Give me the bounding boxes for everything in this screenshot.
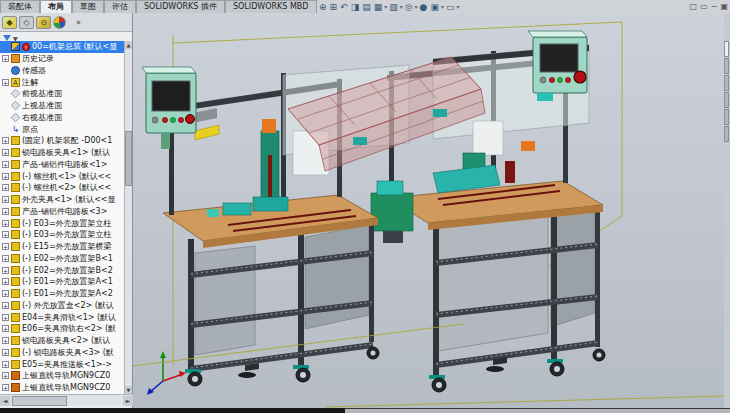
tree-item[interactable]: +(固定) 机架装配 -D00<1 (0, 135, 126, 147)
insert-components-icon[interactable]: ◆ (2, 16, 17, 29)
view-orientation-icon[interactable]: ▦ (373, 1, 384, 13)
taskpane-tab-4[interactable] (724, 92, 729, 108)
expand-icon[interactable]: + (2, 220, 9, 227)
tree-item[interactable]: 前视基准面 (0, 88, 126, 100)
expand-icon[interactable]: + (2, 349, 9, 356)
previous-view-icon[interactable]: ↶ (339, 1, 349, 13)
component-preview-icon[interactable]: ⊙ (36, 16, 51, 29)
expand-icon[interactable]: + (2, 290, 9, 297)
vertical-scroll-thumb[interactable] (125, 131, 132, 186)
tree-item[interactable]: +(-) 锁电路板夹具<3> (默 (0, 347, 126, 359)
zoom-area-icon[interactable]: ⊞ (329, 1, 339, 13)
expand-icon[interactable]: + (2, 173, 9, 180)
scroll-left-icon[interactable]: ◄ (0, 396, 10, 406)
expand-icon[interactable]: + (2, 137, 9, 144)
expand-icon[interactable]: + (2, 314, 9, 321)
expand-icon[interactable]: + (2, 149, 9, 156)
edit-appearance-ball-icon[interactable] (53, 16, 66, 29)
tree-item[interactable]: +上银直线导轨MGN9CZ0 (0, 370, 126, 382)
tree-item[interactable]: +上银直线导轨MGN9CZ0 (0, 382, 126, 394)
tree-item[interactable]: +(-) E03=外壳放置架立柱 (0, 217, 126, 229)
expand-icon[interactable]: + (2, 267, 9, 274)
tree-item[interactable]: +历史记录 (0, 53, 126, 65)
expand-icon[interactable]: + (2, 337, 9, 344)
taskpane-tab-6[interactable] (724, 126, 729, 142)
taskpane-tab-3[interactable] (724, 75, 729, 91)
restore-window-icon[interactable]: □ (690, 1, 698, 13)
tree-item[interactable]: +A注解 (0, 76, 126, 88)
mate-icon[interactable]: ◇ (19, 16, 34, 29)
tree-item[interactable]: 上视基准面 (0, 100, 126, 112)
tree-item[interactable]: +(-) E02=外壳放置架B<2 (0, 264, 126, 276)
tree-item[interactable]: +E05=夹具推送板<1>-> (0, 358, 126, 370)
expand-icon[interactable]: + (2, 184, 9, 191)
taskpane-tab-5[interactable] (724, 109, 729, 125)
view-settings-icon[interactable]: ▭ (445, 1, 456, 13)
horizontal-scroll-thumb[interactable] (12, 396, 67, 406)
tree-item[interactable]: +产品-锡铝件电路板<1> (0, 159, 126, 171)
apply-scene-icon-dropdown[interactable]: ▾ (441, 3, 444, 10)
hide-show-items-icon-dropdown[interactable]: ▾ (415, 3, 418, 10)
view-orientation-icon-dropdown[interactable]: ▾ (384, 3, 387, 10)
graphics-viewport[interactable] (133, 13, 724, 408)
tree-item[interactable]: +锁电路板夹具<1> (默认 (0, 147, 126, 159)
tab-sw-mbd[interactable]: SOLIDWORKS MBD (225, 0, 317, 13)
expand-icon[interactable]: + (2, 243, 9, 250)
taskpane-tab-2[interactable] (724, 58, 729, 74)
expand-icon[interactable]: + (2, 372, 9, 379)
cascade-window-icon[interactable]: ▭ (700, 1, 708, 13)
section-view-icon[interactable]: ◨ (350, 1, 361, 13)
apply-scene-icon[interactable]: ▣ (429, 1, 440, 13)
expand-icon[interactable]: + (2, 278, 9, 285)
tree-item[interactable]: +(-) E03=外壳放置架立柱 (0, 229, 126, 241)
tree-item[interactable]: ↳原点 (0, 123, 126, 135)
tab-assembly[interactable]: 装配体 (0, 0, 40, 13)
expand-icon[interactable]: + (2, 79, 9, 86)
hide-show-items-icon[interactable]: ◎ (404, 1, 414, 13)
tab-sketch[interactable]: 草图 (72, 0, 104, 13)
tree-item[interactable]: +锁电路板夹具<2> (默认 (0, 335, 126, 347)
display-style-icon[interactable]: ▧ (388, 1, 399, 13)
close-window-icon[interactable]: ▣ (720, 1, 728, 13)
tree-item[interactable]: +(-) E15=外壳放置架横梁 (0, 241, 126, 253)
expand-icon[interactable]: + (2, 231, 9, 238)
tab-sw-addins[interactable]: SOLIDWORKS 插件 (136, 0, 225, 13)
tree-item[interactable]: +(-) 外壳放置盒<2> (默认 (0, 300, 126, 312)
tree-vertical-scrollbar[interactable]: ▲ ▼ (124, 41, 132, 394)
expand-icon[interactable]: + (2, 361, 9, 368)
tree-item[interactable]: +E04=夹具滑轨<1> (默认 (0, 311, 126, 323)
annotations-visibility-icon[interactable]: ▤ (361, 1, 372, 13)
minimize-window-icon[interactable]: − (711, 1, 718, 13)
assembly-3d-view[interactable] (133, 13, 724, 408)
display-style-icon-dropdown[interactable]: ▾ (400, 3, 403, 10)
expand-icon[interactable]: + (2, 196, 9, 203)
expand-icon[interactable]: + (2, 325, 9, 332)
tree-item[interactable]: +(-) 螺丝机<1> (默认<< (0, 170, 126, 182)
tree-item[interactable]: +产品-锡铝件电路板<3> (0, 206, 126, 218)
tree-item[interactable]: +E06=夹具滑轨右<2> (默 (0, 323, 126, 335)
tab-evaluate[interactable]: 评估 (104, 0, 136, 13)
taskpane-tab-1[interactable] (724, 41, 729, 57)
zoom-fit-icon[interactable]: ⊕ (318, 1, 328, 13)
tree-item[interactable]: +外壳夹具<1> (默认<<显 (0, 194, 126, 206)
expand-icon[interactable]: + (2, 55, 9, 62)
edit-appearance-icon[interactable]: ● (419, 1, 429, 13)
expand-icon[interactable]: + (2, 255, 9, 262)
toolbar-overflow-icon[interactable]: » (76, 18, 81, 27)
tree-item[interactable]: +(-) 螺丝机<2> (默认<< (0, 182, 126, 194)
tree-item[interactable]: +(-) E02=外壳放置架B<1 (0, 253, 126, 265)
tree-item[interactable]: !00=机架总装 (默认<显 (0, 41, 126, 53)
tree-horizontal-scrollbar[interactable]: ◄ ► (0, 394, 133, 406)
tree-item[interactable]: 传感器 (0, 65, 126, 77)
expand-icon[interactable]: + (2, 302, 9, 309)
expand-icon[interactable]: + (2, 161, 9, 168)
expand-icon[interactable]: + (2, 384, 9, 391)
right-hmi-panel[interactable] (528, 31, 587, 101)
tree-item[interactable]: +(-) E01=外壳放置架A<2 (0, 288, 126, 300)
tree-item[interactable]: 右视基准面 (0, 112, 126, 124)
scroll-right-icon[interactable]: ► (123, 396, 133, 406)
expand-icon[interactable]: + (2, 208, 9, 215)
scroll-down-icon[interactable]: ▼ (125, 386, 132, 394)
tab-layout[interactable]: 布局 (40, 0, 72, 13)
view-settings-icon-dropdown[interactable]: ▾ (457, 3, 460, 10)
